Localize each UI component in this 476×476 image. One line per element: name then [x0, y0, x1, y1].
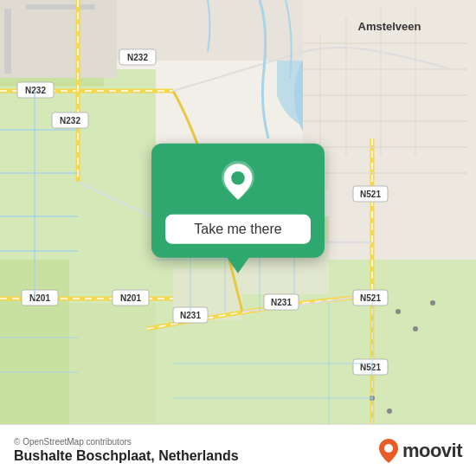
svg-rect-16	[26, 4, 95, 10]
svg-rect-7	[87, 173, 156, 277]
svg-point-61	[387, 408, 392, 414]
svg-text:N231: N231	[180, 311, 201, 320]
moovit-logo: moovit	[378, 438, 462, 464]
svg-rect-4	[329, 260, 476, 424]
svg-rect-15	[4, 9, 11, 74]
svg-text:N201: N201	[120, 293, 141, 303]
svg-text:N232: N232	[25, 86, 46, 95]
svg-text:N232: N232	[127, 53, 148, 62]
svg-rect-6	[69, 303, 156, 424]
svg-point-57	[396, 309, 401, 314]
svg-point-59	[430, 300, 435, 306]
svg-point-81	[384, 444, 393, 453]
svg-rect-10	[329, 190, 476, 260]
bottom-bar: © OpenStreetMap contributors Bushalte Bo…	[0, 424, 476, 476]
map-container[interactable]: N232 N232 N232 N201 N201 N231 N231 N521 …	[0, 0, 476, 424]
svg-rect-14	[0, 0, 117, 78]
svg-text:Amstelveen: Amstelveen	[358, 20, 421, 33]
svg-text:N521: N521	[360, 293, 381, 303]
svg-text:N521: N521	[360, 363, 381, 372]
copyright-text: © OpenStreetMap contributors	[14, 437, 239, 447]
moovit-text: moovit	[402, 440, 462, 462]
bottom-left-info: © OpenStreetMap contributors Bushalte Bo…	[14, 437, 239, 464]
location-pin-icon	[215, 161, 261, 206]
svg-text:N521: N521	[360, 190, 381, 199]
svg-text:N232: N232	[60, 116, 80, 125]
take-me-there-button[interactable]: Take me there	[165, 215, 311, 244]
svg-point-58	[413, 326, 418, 331]
svg-text:N201: N201	[29, 293, 50, 303]
location-name: Bushalte Boschplaat, Netherlands	[14, 448, 239, 464]
moovit-pin-icon	[378, 438, 399, 464]
svg-text:N231: N231	[271, 298, 292, 307]
location-popup: Take me there	[151, 144, 325, 258]
svg-point-80	[231, 171, 245, 185]
